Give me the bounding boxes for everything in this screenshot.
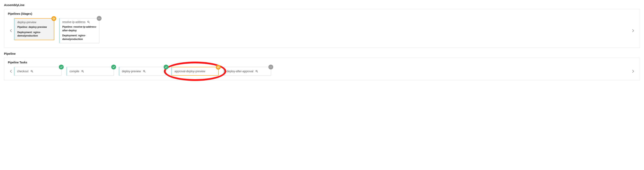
- svg-point-15: [272, 67, 272, 67]
- task-card-compile[interactable]: compile: [66, 67, 114, 76]
- tasks-panel: Pipeline Tasks checkout: [4, 58, 640, 80]
- svg-line-5: [89, 23, 90, 23]
- task-card-deploy-preview[interactable]: deploy-preview: [119, 67, 166, 76]
- stage-pipeline-label: Pipeline: deploy-preview: [17, 26, 52, 29]
- pipeline-title: Pipeline: [4, 52, 640, 55]
- magnifier-icon[interactable]: [255, 70, 258, 73]
- check-icon: [111, 65, 116, 69]
- stage-title: deploy-preview: [17, 21, 36, 24]
- stage-title: resolve-ip-address: [62, 20, 86, 24]
- task-title: deploy-preview: [122, 70, 141, 73]
- svg-line-11: [145, 72, 146, 73]
- magnifier-icon[interactable]: [30, 70, 33, 73]
- tasks-next-button[interactable]: [630, 70, 636, 73]
- svg-point-13: [270, 67, 270, 67]
- svg-point-16: [256, 70, 257, 72]
- task-title: deploy-after-approval: [227, 70, 253, 73]
- magnifier-icon[interactable]: [87, 21, 90, 24]
- tasks-cards: checkout compile: [14, 67, 630, 76]
- svg-point-0: [54, 18, 54, 19]
- stage-deployment-label: Deployment: nginx-demo/production: [17, 31, 52, 38]
- magnifier-icon[interactable]: [81, 70, 84, 73]
- stages-panel: Pipelines (Stages) deploy-preview Pipeli…: [4, 9, 640, 48]
- svg-point-12: [218, 67, 219, 68]
- stages-panel-title: Pipelines (Stages): [8, 12, 636, 15]
- check-icon: [164, 65, 168, 69]
- chevron-left-icon: [10, 70, 12, 73]
- svg-point-2: [99, 18, 99, 19]
- task-title: compile: [70, 70, 79, 73]
- task-title: checkout: [17, 70, 28, 73]
- stage-card-resolve-ip-address[interactable]: resolve-ip-address Pipeline: resolve-ip-…: [59, 18, 99, 43]
- magnifier-icon[interactable]: [143, 70, 146, 73]
- tasks-panel-title: Pipeline Tasks: [8, 61, 636, 64]
- svg-line-7: [32, 72, 33, 73]
- svg-line-17: [257, 72, 258, 73]
- chevron-left-icon: [10, 29, 12, 32]
- svg-point-6: [31, 70, 32, 72]
- stages-cards: deploy-preview Pipeline: deploy-preview …: [14, 18, 630, 43]
- svg-point-8: [82, 70, 83, 72]
- tasks-prev-button[interactable]: [8, 70, 14, 73]
- eye-icon: [52, 16, 56, 21]
- check-icon: [59, 65, 64, 69]
- svg-point-14: [270, 67, 271, 67]
- task-title: approval-deploy-preview: [174, 70, 205, 73]
- eye-icon: [216, 65, 221, 70]
- svg-point-1: [98, 18, 98, 19]
- task-card-checkout[interactable]: checkout: [14, 67, 62, 76]
- stage-card-deploy-preview[interactable]: deploy-preview Pipeline: deploy-preview …: [14, 18, 54, 40]
- stages-prev-button[interactable]: [8, 29, 14, 32]
- svg-point-3: [100, 18, 100, 19]
- chevron-right-icon: [632, 29, 634, 32]
- stage-deployment-label: Deployment: nginx-demo/production: [62, 34, 97, 41]
- svg-point-4: [88, 21, 89, 23]
- chevron-right-icon: [632, 70, 634, 73]
- svg-line-9: [83, 72, 84, 73]
- dots-icon: [97, 16, 102, 21]
- assemblyline-title: AssemblyLine: [4, 3, 640, 7]
- dots-icon: [268, 65, 273, 69]
- task-card-deploy-after-approval[interactable]: deploy-after-approval: [224, 67, 271, 76]
- stage-pipeline-label: Pipeline: resolve-ip-address-after-deplo…: [62, 25, 97, 32]
- svg-point-10: [144, 70, 145, 72]
- task-card-approval-deploy-preview[interactable]: approval-deploy-preview: [171, 67, 219, 76]
- stages-next-button[interactable]: [630, 29, 636, 32]
